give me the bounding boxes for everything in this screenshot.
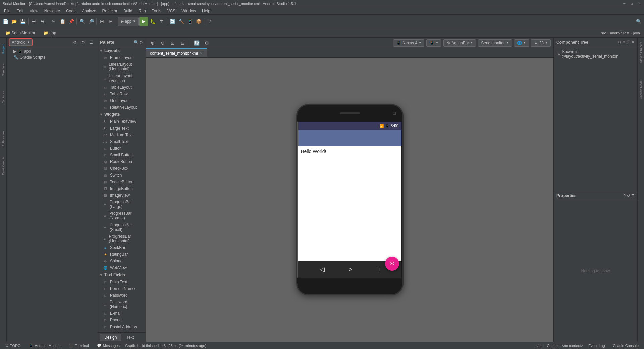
- restore-button[interactable]: □: [629, 1, 634, 6]
- recents-nav-icon[interactable]: □: [376, 266, 379, 273]
- open-button[interactable]: 📂: [10, 17, 18, 26]
- nexus-dropdown[interactable]: 📱 Nexus 4 ▼: [393, 39, 424, 47]
- ct-action-3[interactable]: ☰: [627, 40, 630, 44]
- back-nav-icon[interactable]: ◁: [320, 266, 325, 273]
- nav-tab-app[interactable]: 📁 app: [39, 29, 60, 37]
- palette-item-relativelayout[interactable]: ▭ RelativeLayout: [97, 104, 146, 111]
- palette-item-radiobutton[interactable]: ◎ RadioButton: [97, 158, 146, 165]
- palette-item-password[interactable]: □ Password: [97, 292, 146, 299]
- search-everywhere-button[interactable]: 🔍: [635, 17, 643, 26]
- tree-item-gradle[interactable]: 🔧 Gradle Scripts: [7, 54, 97, 60]
- palette-item-tablerow[interactable]: ▭ TableRow: [97, 91, 146, 97]
- structure-button[interactable]: ⊞: [98, 17, 106, 26]
- help-button[interactable]: ?: [206, 17, 214, 26]
- messages-button[interactable]: 💬 Messages: [94, 343, 122, 348]
- orientation-dropdown[interactable]: 📱 ▼: [426, 39, 441, 47]
- palette-item-progressbar-normal[interactable]: ≡ ProgressBar (Normal): [97, 210, 146, 221]
- palette-item-gridlayout[interactable]: ▭ GridLayout: [97, 97, 146, 104]
- save-button[interactable]: 💾: [19, 17, 27, 26]
- gradle-button[interactable]: 🔨: [177, 17, 185, 26]
- hierarchy-button[interactable]: ⊟: [107, 17, 115, 26]
- layouts-section-header[interactable]: ▼ Layouts: [97, 47, 146, 54]
- palette-item-smallbutton[interactable]: □ Small Button: [97, 152, 146, 158]
- menu-tools[interactable]: Tools: [149, 8, 164, 14]
- props-refresh-icon[interactable]: ↺: [627, 194, 630, 198]
- canvas-fit[interactable]: ⊡: [169, 39, 177, 47]
- new-file-button[interactable]: 📄: [1, 17, 9, 26]
- palette-item-progressbar-small[interactable]: ≡ ProgressBar (Small): [97, 221, 146, 233]
- palette-design-tab[interactable]: Design: [100, 334, 121, 341]
- activity-dropdown[interactable]: Serialmonitor ▼: [478, 39, 512, 47]
- sync-project-button[interactable]: ⚙: [71, 39, 78, 46]
- nav-tab-serialmonitor[interactable]: 📁 SerialMonitor: [1, 29, 39, 37]
- menu-edit[interactable]: Edit: [14, 8, 26, 14]
- copy-button[interactable]: 📋: [58, 17, 66, 26]
- sdk-button[interactable]: 📦: [195, 17, 203, 26]
- palette-item-email[interactable]: □ E-mail: [97, 310, 146, 317]
- widgets-section-header[interactable]: ▼ Widgets: [97, 111, 146, 118]
- ct-action-4[interactable]: ✕: [632, 40, 635, 44]
- palette-item-spinner[interactable]: ⊙ Spinner: [97, 258, 146, 264]
- captures-strip-item[interactable]: Captures: [0, 87, 6, 107]
- palette-settings-icon[interactable]: ⚙: [139, 40, 143, 45]
- maven-projects-strip[interactable]: Maven Projects: [638, 39, 644, 66]
- menu-code[interactable]: Code: [63, 8, 78, 14]
- language-dropdown[interactable]: 🌐 ▼: [514, 39, 529, 47]
- paste-button[interactable]: 📌: [67, 17, 75, 26]
- palette-item-plaintext[interactable]: □ Plain Text: [97, 279, 146, 285]
- palette-item-imageview[interactable]: 🖼 ImageView: [97, 192, 146, 199]
- android-monitor-button[interactable]: 📱 Android Monitor: [26, 343, 64, 348]
- palette-item-plaintextview[interactable]: Ab Plain TextView: [97, 118, 146, 125]
- palette-item-tablelayout[interactable]: ▭ TableLayout: [97, 84, 146, 91]
- menu-window[interactable]: Window: [179, 8, 199, 14]
- menu-vcs[interactable]: VCS: [165, 8, 178, 14]
- props-filter-icon[interactable]: ☰: [631, 194, 635, 198]
- project-strip-item[interactable]: Project: [0, 39, 6, 59]
- palette-item-button[interactable]: □ Button: [97, 145, 146, 152]
- palette-item-password-numeric[interactable]: □ Password (Numeric): [97, 299, 146, 310]
- palette-item-mediumtext[interactable]: Ab Medium Text: [97, 132, 146, 138]
- run-button[interactable]: ▶: [139, 17, 148, 26]
- editor-tab-close[interactable]: ✕: [200, 51, 203, 55]
- menu-build[interactable]: Build: [121, 8, 135, 14]
- palette-item-linearlayout-h[interactable]: ▭ LinearLayout (Horizontal): [97, 61, 146, 72]
- android-model-strip[interactable]: Android Model: [638, 76, 644, 103]
- palette-item-togglebutton[interactable]: ⊡ ToggleButton: [97, 179, 146, 185]
- tree-item-app[interactable]: ▶ 📱 app: [7, 48, 97, 54]
- palette-item-personname[interactable]: □ Person Name: [97, 285, 146, 292]
- palette-item-linearlayout-v[interactable]: ▭ LinearLayout (Vertical): [97, 72, 146, 84]
- breadcrumb-java[interactable]: java: [633, 31, 640, 35]
- menu-run[interactable]: Run: [136, 8, 149, 14]
- menu-analyze[interactable]: Analyze: [79, 8, 99, 14]
- buildvariants-strip-item[interactable]: Build Variants: [0, 156, 6, 176]
- minimize-button[interactable]: ─: [622, 1, 627, 6]
- gradle-console-button[interactable]: Gradle Console: [610, 344, 641, 348]
- menu-help[interactable]: Help: [199, 8, 213, 14]
- event-log-button[interactable]: Event Log: [586, 344, 608, 348]
- palette-item-largetext[interactable]: Ab Large Text: [97, 125, 146, 132]
- palette-item-phone[interactable]: □ Phone: [97, 317, 146, 323]
- menu-view[interactable]: View: [27, 8, 41, 14]
- api-dropdown[interactable]: ▲ 23 ▼: [531, 39, 551, 47]
- palette-item-framelayout[interactable]: ▭ FrameLayout: [97, 54, 146, 61]
- ct-action-2[interactable]: ⚙: [622, 40, 626, 44]
- breadcrumb-androidtest[interactable]: androidTest: [610, 31, 629, 35]
- palette-item-progressbar-large[interactable]: ≡ ProgressBar (Large): [97, 199, 146, 210]
- menu-navigate[interactable]: Navigate: [42, 8, 63, 14]
- canvas-zoom-in[interactable]: ⊕: [149, 39, 157, 47]
- palette-item-webview[interactable]: 🌐 WebView: [97, 264, 146, 271]
- undo-button[interactable]: ↩: [30, 17, 38, 26]
- canvas-actual-size[interactable]: ⊟: [179, 39, 187, 47]
- replace-button[interactable]: 🔎: [87, 17, 95, 26]
- structure-strip-item[interactable]: Structure: [0, 60, 6, 80]
- canvas-zoom-out[interactable]: ⊖: [159, 39, 167, 47]
- canvas-body[interactable]: 📶 📱 6:00 Hello World! ✉: [289, 58, 410, 342]
- close-button[interactable]: ✕: [637, 1, 641, 6]
- ct-action-1[interactable]: ⟰: [618, 40, 621, 44]
- cut-button[interactable]: ✂: [50, 17, 58, 26]
- palette-item-checkbox[interactable]: ☑ CheckBox: [97, 165, 146, 172]
- palette-search-icon[interactable]: 🔍: [133, 40, 139, 45]
- project-more-button[interactable]: ☰: [88, 39, 94, 46]
- terminal-button[interactable]: ⬛ Terminal: [66, 343, 92, 348]
- palette-item-switch[interactable]: ⊡ Switch: [97, 172, 146, 179]
